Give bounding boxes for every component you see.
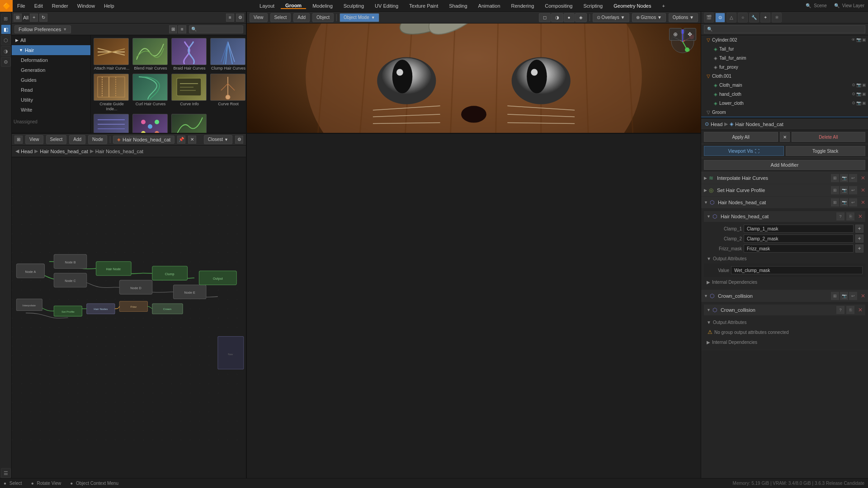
vp-add-btn[interactable]: Add (293, 13, 310, 22)
shading-material[interactable]: ● (564, 13, 575, 22)
ne-close-btn[interactable]: ✕ (188, 136, 196, 144)
sidebar-icon-5[interactable]: ⚙ (1, 57, 11, 67)
prop-modifier-icon[interactable]: 🔧 (749, 13, 759, 23)
mod3-clamp2-value[interactable]: Clamp_2_mask (744, 235, 854, 243)
plus-btn[interactable]: + (30, 14, 38, 22)
viewport-bottom[interactable] (247, 134, 701, 478)
thumb-more-1[interactable] (94, 114, 130, 133)
thumb-curl[interactable]: Curl Hair Curves (132, 74, 169, 112)
tree-utility[interactable]: Utility (12, 95, 90, 105)
tree-unassigned[interactable]: Unassigned (12, 117, 90, 127)
mod2-icon2[interactable]: 📷 (840, 186, 848, 194)
ne-options[interactable]: ⚙ (235, 136, 243, 144)
mod1-icon1[interactable]: ⊞ (831, 174, 839, 182)
modifier-interpolate-header[interactable]: ▶ ≋ Interpolate Hair Curves ⊞ 📷 ↩ ✕ (701, 172, 868, 184)
shading-rendered[interactable]: ◈ (575, 13, 587, 22)
menu-shading[interactable]: Shading (444, 3, 472, 9)
menu-groom[interactable]: Groom (281, 3, 306, 9)
mod3-sub-copy[interactable]: ⎘ (846, 212, 854, 221)
mod3-close[interactable]: ✕ (861, 199, 865, 206)
apply-close-btn[interactable]: ✕ (780, 132, 790, 142)
options-btn[interactable]: Options ▼ (669, 13, 698, 22)
modifier-crown-header[interactable]: ▼ ⬡ Crown_collision ⊞ 📷 ↩ ✕ (701, 290, 868, 302)
mod3-sub-header[interactable]: ▼ ⬡ Hair Nodes_head_cat ? ⎘ ✕ (704, 211, 865, 222)
tree-read[interactable]: Read (12, 85, 90, 95)
mod1-icon3[interactable]: ↩ (849, 174, 857, 182)
mod3-clamp1-value[interactable]: Clamp_1_mask (744, 225, 854, 233)
menu-uv[interactable]: UV Editing (370, 3, 403, 9)
thumb-more-2[interactable] (132, 114, 169, 133)
mod4-sub-copy[interactable]: ⎘ (846, 306, 854, 314)
view-btn[interactable]: ⊞ (14, 14, 22, 22)
pan-icon[interactable]: ✥ (684, 28, 696, 41)
prop-physics-icon[interactable]: ⚛ (772, 13, 782, 23)
thumb-attach[interactable]: Attach Hair Curve... (94, 38, 130, 71)
thumb-info[interactable]: Curve Info (171, 74, 208, 112)
thumb-more-3[interactable] (171, 114, 208, 133)
scene-row-handcloth[interactable]: ◈ hand_cloth ⚙ 📷 ▣ (701, 89, 868, 99)
menu-modeling[interactable]: Modeling (308, 3, 337, 9)
mod4-sub-doc[interactable]: ? (836, 306, 844, 314)
sidebar-icon-bottom[interactable]: ☰ (1, 468, 11, 478)
menu-compositing[interactable]: Compositing (540, 3, 577, 9)
mod3-frizz-value[interactable]: Frizz_mask (744, 244, 854, 253)
thumb-root[interactable]: Curve Root (210, 74, 246, 112)
grid-view-btn[interactable]: ⊞ (169, 25, 177, 33)
menu-help[interactable]: Help (99, 0, 119, 11)
scene-row-cylinder[interactable]: ▽ Cylinder.002 👁 📷 ▣ (701, 35, 868, 44)
ne-icon1[interactable]: ⊞ (14, 136, 23, 144)
mod4-icon2[interactable]: 📷 (840, 292, 848, 300)
mod4-icon3[interactable]: ↩ (849, 292, 857, 300)
mod3-clamp1-plus[interactable]: + (855, 225, 863, 233)
scene-row-clothmain[interactable]: ◈ Cloth_main ⚙ 📷 ▣ (701, 80, 868, 89)
thumb-braid[interactable]: Braid Hair Curves (171, 38, 208, 71)
scene-row-tailfuranim[interactable]: ◈ Tail_fur_anim (701, 53, 868, 62)
vp-mode-btn[interactable]: Object Mode ▼ (340, 13, 379, 22)
ne-select-btn[interactable]: Select (46, 135, 67, 144)
overlay-btn[interactable]: ⊙ Overlays ▼ (593, 13, 629, 22)
follow-prefs-btn[interactable]: Follow Preferences ▼ (14, 25, 71, 33)
prop-particles-icon[interactable]: ✦ (760, 13, 770, 23)
menu-texture[interactable]: Texture Paint (405, 3, 443, 9)
mod2-close[interactable]: ✕ (861, 187, 865, 193)
sidebar-icon-4[interactable]: ◑ (1, 46, 11, 56)
scene-row-tailfur[interactable]: ◈ Tail_fur (701, 44, 868, 53)
sidebar-icon-1[interactable]: ⊞ (1, 14, 11, 23)
vp-view-btn[interactable]: View (250, 13, 268, 22)
menu-layout[interactable]: Layout (255, 3, 279, 9)
zoom-icon[interactable]: ⊕ (669, 28, 682, 41)
menu-render[interactable]: Render (47, 0, 73, 11)
filter-btn[interactable]: ≡ (226, 14, 234, 22)
shading-wire[interactable]: ◻ (539, 13, 551, 22)
thumb-clump[interactable]: Clump Hair Curves (210, 38, 246, 71)
add-modifier-btn[interactable]: Add Modifier (704, 160, 865, 170)
mod4-sub-close[interactable]: ✕ (858, 307, 863, 313)
menu-rendering[interactable]: Rendering (507, 3, 539, 9)
mod4-sub-header[interactable]: ▼ ⬡ Crown_collision ? ⎘ ✕ (704, 305, 865, 315)
thumb-blend[interactable]: Blend Hair Curves (132, 38, 169, 71)
viewport-vis-btn[interactable]: Viewport Vis ⛶ (704, 146, 784, 156)
menu-window[interactable]: Window (73, 0, 99, 11)
toggle-stack-btn[interactable]: Toggle Stack (786, 146, 866, 156)
search-field[interactable]: 🔍 (189, 25, 243, 33)
mod1-close[interactable]: ✕ (861, 175, 865, 181)
scene-row-groom[interactable]: ▽ Groom (701, 108, 868, 117)
tree-all[interactable]: ▶ All (12, 35, 90, 45)
mod3-icon2[interactable]: 📷 (840, 198, 848, 206)
mod3-clamp2-plus[interactable]: + (855, 235, 863, 243)
ne-mode-closest[interactable]: Closest ▼ (204, 135, 232, 144)
gizmo-btn[interactable]: ⊕ Gizmos ▼ (632, 13, 666, 22)
sidebar-icon-2[interactable]: ◧ (1, 24, 11, 34)
prop-scene-icon[interactable]: 🎬 (704, 13, 714, 23)
modifier-hairnodes-header[interactable]: ▼ ⬡ Hair Nodes_head_cat ⊞ 📷 ↩ ✕ (701, 197, 868, 208)
ne-view-btn[interactable]: View (25, 135, 43, 144)
mod3-int-deps-toggle[interactable]: ▶ Internal Dependencies (704, 277, 865, 287)
ne-node-btn[interactable]: Node (88, 135, 107, 144)
menu-scripting[interactable]: Scripting (579, 3, 607, 9)
node-canvas-area[interactable]: Node A Node B Node C Hair Node Node D Cl… (12, 157, 246, 478)
sidebar-icon-3[interactable]: ⬡ (1, 35, 11, 45)
viewport-3d[interactable]: X Y Z ⊕ (247, 23, 701, 133)
mod3-icon1[interactable]: ⊞ (831, 198, 839, 206)
scene-row-lowercloth[interactable]: ◈ Lower_cloth ⚙ 📷 ▣ (701, 99, 868, 108)
thumb-guide[interactable]: Create Guide Inde... (94, 74, 130, 112)
